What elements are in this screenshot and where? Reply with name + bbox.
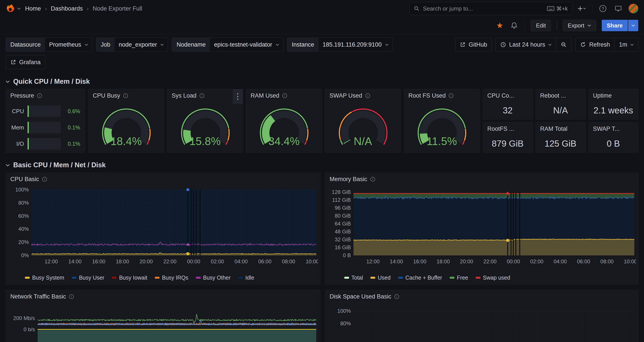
info-icon[interactable] — [123, 93, 128, 98]
legend-item[interactable]: Busy User — [72, 275, 104, 281]
breadcrumb-home[interactable]: Home — [25, 5, 41, 12]
zoom-out-icon — [560, 41, 567, 48]
panel-cpu-cores: CPU Co... 32 — [483, 89, 533, 120]
grafana-logo-icon — [6, 4, 16, 13]
legend-item[interactable]: Cache + Buffer — [398, 275, 442, 281]
add-new-button[interactable] — [577, 3, 587, 14]
news-monitor-icon[interactable] — [613, 3, 623, 14]
svg-text:06:00: 06:00 — [577, 258, 590, 264]
chevron-down-icon — [17, 7, 21, 10]
stat-value: 125 GiB — [536, 139, 585, 149]
info-icon[interactable] — [365, 93, 370, 98]
legend-swatch — [476, 277, 480, 279]
variable-instance: Instance 185.191.116.209:9100 — [287, 38, 393, 52]
info-icon[interactable] — [69, 294, 74, 299]
svg-text:14:00: 14:00 — [390, 258, 403, 264]
legend-item[interactable]: Used — [370, 275, 390, 281]
external-link-icon — [10, 59, 16, 65]
edit-button[interactable]: Edit — [531, 20, 551, 31]
gauge-value: 15.8% — [167, 135, 243, 148]
variable-value-dropdown[interactable]: node_exporter — [115, 38, 168, 51]
section-basic-cpu-mem-net-disk[interactable]: Basic CPU / Mem / Net / Disk — [6, 161, 638, 169]
variable-value-dropdown[interactable]: Prometheus — [45, 38, 92, 51]
nav-icons: ? — [577, 3, 638, 14]
legend-item[interactable]: Busy System — [25, 275, 64, 281]
pressure-row-cpu: CPU 0.6% — [11, 106, 80, 117]
share-menu-button[interactable] — [628, 20, 638, 31]
variable-value-dropdown[interactable]: epics-testnet-validator — [210, 38, 283, 51]
svg-text:18:00: 18:00 — [436, 258, 450, 264]
cpu-basic-chart[interactable]: 0%20%40%60%80%100%12:0014:0016:0018:0020… — [8, 185, 318, 272]
avatar[interactable] — [628, 4, 638, 13]
section-quick-cpu-mem-disk[interactable]: Quick CPU / Mem / Disk — [6, 78, 638, 85]
external-link-icon — [460, 42, 466, 47]
divider — [525, 21, 525, 30]
network-traffic-chart[interactable]: 200 Mb/s0 b/s — [8, 301, 318, 342]
legend-item[interactable]: Total — [344, 275, 363, 281]
refresh-interval-dropdown[interactable]: 1m — [614, 38, 638, 51]
panel-sys-load: Sys Load 15.8% — [167, 89, 243, 153]
favorite-star-icon[interactable]: ★ — [496, 21, 503, 29]
svg-text:16:00: 16:00 — [413, 258, 426, 264]
panel-pressure: Pressure CPU 0.6% Mem 0.1% I/O 0.1% — [6, 89, 85, 153]
svg-text:06:00: 06:00 — [258, 258, 272, 264]
info-icon[interactable] — [199, 93, 205, 98]
search-icon — [414, 6, 420, 11]
memory-basic-legend: TotalUsedCache + BufferFreeSwap used — [344, 275, 510, 281]
svg-text:0%: 0% — [21, 252, 29, 258]
svg-text:60%: 60% — [18, 213, 29, 219]
legend-item[interactable]: Swap used — [476, 275, 510, 281]
search-input[interactable]: Search or jump to... ⌘+k — [409, 2, 572, 15]
github-link-button[interactable]: GitHub — [455, 38, 492, 52]
zoom-out-button[interactable] — [556, 38, 571, 51]
panel-network-traffic-basic: Network Traffic Basic 200 Mb/s0 b/s — [6, 290, 320, 342]
panel-uptime: Uptime 2.1 weeks — [588, 89, 638, 120]
help-icon[interactable]: ? — [598, 3, 608, 14]
legend-swatch — [370, 277, 375, 279]
svg-text:04:00: 04:00 — [234, 258, 248, 264]
bottom-charts-row: Network Traffic Basic 200 Mb/s0 b/s Disk… — [6, 290, 638, 342]
info-icon[interactable] — [394, 294, 400, 299]
variable-label: Instance — [288, 38, 319, 51]
info-icon[interactable] — [37, 93, 42, 98]
svg-text:10:00: 10:00 — [306, 258, 318, 264]
variable-job: Job node_exporter — [96, 38, 168, 52]
chevron-down-icon — [632, 24, 635, 27]
svg-text:128 GiB: 128 GiB — [332, 189, 351, 195]
legend-item[interactable]: Idle — [238, 275, 254, 281]
search-placeholder: Search or jump to... — [423, 5, 544, 12]
legend-swatch — [398, 277, 403, 279]
disk-space-chart[interactable]: 100%80% — [328, 301, 636, 342]
export-button[interactable]: Export — [563, 20, 596, 31]
variable-label: Datasource — [6, 38, 45, 51]
legend-swatch — [112, 277, 117, 279]
pressure-row-io: I/O 0.1% — [11, 138, 80, 150]
info-icon[interactable] — [282, 93, 288, 98]
grafana-logo-menu[interactable] — [6, 4, 21, 13]
info-icon[interactable] — [370, 176, 376, 182]
refresh-button[interactable]: Refresh — [576, 38, 614, 51]
chevron-down-icon — [6, 164, 10, 167]
panel-memory-basic: Memory Basic 0 B16 GiB32 GiB48 GiB64 GiB… — [325, 172, 638, 285]
panel-swap-total: SWAP T... 0 B — [588, 122, 638, 153]
grafana-link-button[interactable]: Grafana — [6, 55, 45, 69]
variable-value-dropdown[interactable]: 185.191.116.209:9100 — [319, 38, 392, 51]
legend-item[interactable]: Busy IRQs — [155, 275, 188, 281]
time-range-group: Last 24 hours — [496, 38, 571, 52]
share-button[interactable]: Share — [602, 20, 628, 31]
gauge-value: 11.5% — [404, 135, 480, 148]
legend-item[interactable]: Free — [450, 275, 468, 281]
alert-bell-icon[interactable] — [509, 20, 519, 30]
cpu-basic-legend: Busy SystemBusy UserBusy IowaitBusy IRQs… — [25, 275, 254, 281]
legend-item[interactable]: Busy Other — [196, 275, 231, 281]
info-icon[interactable] — [448, 93, 454, 98]
svg-text:200 Mb/s: 200 Mb/s — [13, 315, 35, 321]
memory-basic-chart[interactable]: 0 B16 GiB32 GiB48 GiB64 GiB80 GiB96 GiB1… — [328, 185, 636, 272]
legend-swatch — [450, 277, 454, 279]
time-range-picker[interactable]: Last 24 hours — [496, 38, 556, 51]
share-split-button: Share — [602, 20, 638, 31]
breadcrumb-dashboards[interactable]: Dashboards — [51, 5, 83, 12]
legend-item[interactable]: Busy Iowait — [112, 275, 147, 281]
bar-gauge — [28, 122, 61, 133]
info-icon[interactable] — [42, 176, 47, 182]
